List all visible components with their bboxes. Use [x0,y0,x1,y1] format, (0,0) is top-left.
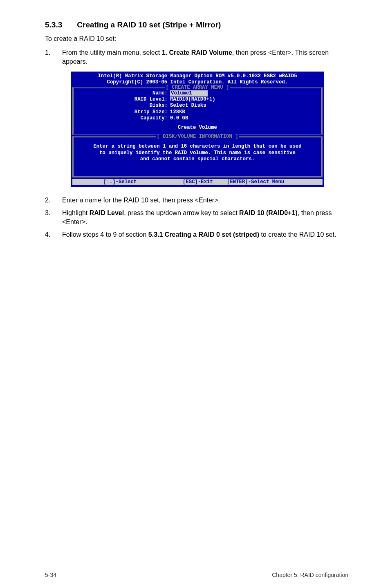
status-enter: [ENTER]-Select Menu [227,179,320,185]
step-4: 4. Follow steps 4 to 9 of section 5.3.1 … [45,230,350,239]
step-body: Enter a name for the RAID 10 set, then p… [62,196,350,205]
section-number: 5.3.3 [45,20,62,29]
section-title: Creating a RAID 10 set (Stripe + Mirror) [77,20,221,29]
create-array-frame: [ CREATE ARRAY MENU ] Name: Volume1 RAID… [72,87,323,135]
bios-header-line-1: Intel(R) Matrix Storage Manager Option R… [73,73,322,79]
name-input: Volume1 [170,90,208,97]
value-capacity: 0.0 GB [170,115,319,121]
value-raid-level: RAID10(RAID0+1) [170,97,319,103]
value-disks: Select Disks [170,103,319,109]
label-raid-level: RAID Level: [76,97,170,103]
info-line-2: to uniquely identify the RAID volume. Th… [76,150,319,156]
step-list: 1. From the utility main menu, select 1.… [45,48,350,67]
step-number: 4. [45,230,62,239]
row-raid-level: RAID Level: RAID10(RAID0+1) [76,97,319,103]
label-strip-size: Strip Size: [76,109,170,115]
info-line-3: and cannot contain special characters. [76,156,319,162]
step-number: 1. [45,48,62,67]
disk-volume-info-frame: [ DISK/VOLUME INFORMATION ] Enter a stri… [72,136,323,177]
frame-title-2: [ DISK/VOLUME INFORMATION ] [74,134,321,139]
info-line-1: Enter a string between 1 and 16 characte… [76,144,319,150]
status-select: [↑↓]-Select [75,179,183,185]
step-body: Follow steps 4 to 9 of section 5.3.1 Cre… [62,230,350,239]
create-volume-action: Create Volume [76,125,319,130]
value-name: Volume1 [170,90,319,97]
step-list-continued: 2. Enter a name for the RAID 10 set, the… [45,196,350,239]
step-number: 3. [45,209,62,227]
intro-text: To create a RAID 10 set: [45,35,350,43]
frame-title: [ CREATE ARRAY MENU ] [74,85,321,90]
step-2: 2. Enter a name for the RAID 10 set, the… [45,196,350,205]
row-strip-size: Strip Size: 128KB [76,109,319,115]
bios-screenshot: Intel(R) Matrix Storage Manager Option R… [45,72,350,187]
row-name: Name: Volume1 [76,90,319,97]
label-disks: Disks: [76,103,170,109]
step-number: 2. [45,196,62,205]
step-body: From the utility main menu, select 1. Cr… [62,48,350,67]
step-1: 1. From the utility main menu, select 1.… [45,48,350,67]
label-capacity: Capacity: [76,115,170,121]
section-heading: 5.3.3Creating a RAID 10 set (Stripe + Mi… [45,20,350,29]
step-body: Highlight RAID Level, press the up/down … [62,209,350,227]
bios-box: Intel(R) Matrix Storage Manager Option R… [71,72,324,187]
label-name: Name: [76,90,170,97]
value-strip-size: 128KB [170,109,319,115]
step-3: 3. Highlight RAID Level, press the up/do… [45,209,350,227]
row-capacity: Capacity: 0.0 GB [76,115,319,121]
bios-status-bar: [↑↓]-Select [ESC]-Exit [ENTER]-Select Me… [72,179,323,185]
row-disks: Disks: Select Disks [76,103,319,109]
status-exit: [ESC]-Exit [183,179,227,185]
